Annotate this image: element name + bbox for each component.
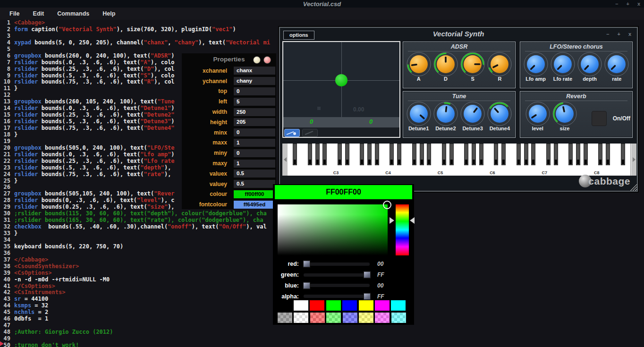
black-key[interactable] [472,144,476,165]
slider-track-red[interactable] [304,262,370,266]
knob-s[interactable]: S [459,52,486,82]
close-icon[interactable]: x [637,1,640,7]
property-input-miny[interactable]: 0 [234,149,275,157]
swatch[interactable] [342,300,357,311]
slider-track-alpha[interactable] [304,295,370,298]
property-input-width[interactable]: 250 [234,108,275,116]
knob-rate[interactable]: rate [603,52,630,82]
black-key[interactable] [367,144,372,165]
swatch-transparent[interactable] [343,313,357,323]
knob-a[interactable]: A [405,52,432,82]
property-input-maxx[interactable]: 1 [234,139,275,147]
property-input-xchannel[interactable]: chanx [234,67,275,75]
property-input-top[interactable]: 0 [234,87,275,95]
swatch[interactable] [294,300,308,311]
black-key[interactable] [479,144,483,165]
slider-thumb[interactable] [364,293,371,300]
swatch[interactable] [391,300,406,311]
swatch-transparent[interactable] [391,313,406,323]
black-key[interactable] [442,144,446,165]
black-key[interactable] [449,144,454,165]
black-key[interactable] [322,144,327,165]
black-key[interactable] [606,144,610,165]
swatch-transparent[interactable] [310,313,325,323]
slider-thumb[interactable] [364,271,371,279]
property-input-height[interactable]: 205 [234,118,275,126]
slider-thumb[interactable] [303,282,310,289]
xy-auto-mode-button[interactable] [302,129,318,137]
property-input-left[interactable]: 5 [234,98,275,106]
menu-file[interactable]: File [3,10,26,17]
black-key[interactable] [621,144,625,165]
synth-minimize-icon[interactable]: – [606,31,609,37]
keyboard-scroll-left-button[interactable] [282,144,288,176]
black-key[interactable] [338,144,342,165]
slider-track-green[interactable] [304,273,370,277]
sv-selector-ring[interactable] [383,201,391,209]
maximize-icon[interactable]: + [626,1,629,7]
saturation-value-square[interactable] [278,204,388,255]
knob-lfo-rate[interactable]: Lfo rate [549,52,576,82]
swatch-transparent[interactable] [278,313,292,323]
black-key[interactable] [554,144,558,165]
black-key[interactable] [420,144,424,165]
resize-handle[interactable] [629,183,637,191]
black-key[interactable] [390,144,394,165]
properties-close-button[interactable] [263,56,271,64]
knob-detune2[interactable]: Detune2 [432,102,459,131]
knob-lfo-amp[interactable]: Lfo amp [522,52,549,82]
swatch-transparent[interactable] [294,313,308,323]
knob-level[interactable]: level [524,102,551,131]
menu-help[interactable]: Help [96,10,122,17]
black-key[interactable] [501,144,506,165]
black-key[interactable] [315,144,320,165]
property-input-colour[interactable]: ff00ff00 [234,190,275,198]
black-key[interactable] [546,144,551,165]
knob-r[interactable]: R [486,52,513,82]
black-key[interactable] [427,144,431,165]
knob-detune3[interactable]: Detune3 [459,102,486,131]
synth-close-icon[interactable]: x [628,31,631,37]
knob-d[interactable]: D [432,52,459,82]
hue-marker-right-icon[interactable] [410,217,415,224]
black-key[interactable] [293,144,297,165]
black-key[interactable] [412,144,416,165]
black-key[interactable] [524,144,528,165]
black-key[interactable] [360,144,364,165]
black-key[interactable] [598,144,602,165]
swatch[interactable] [359,300,373,311]
black-key[interactable] [308,144,312,165]
properties-minimize-button[interactable] [253,56,261,64]
minimize-icon[interactable]: – [615,1,618,7]
black-key[interactable] [375,144,379,165]
black-key[interactable] [397,144,401,165]
swatch[interactable] [326,300,341,311]
black-key[interactable] [345,144,349,165]
menu-edit[interactable]: Edit [26,10,51,17]
black-key[interactable] [494,144,498,165]
xy-pad-canvas[interactable]: 0.00 [283,42,399,117]
black-key[interactable] [576,144,580,165]
knob-detune1[interactable]: Detune1 [405,102,432,131]
swatch-transparent[interactable] [359,313,373,323]
swatch-transparent[interactable] [326,313,341,323]
xy-pad-ball[interactable] [335,74,347,86]
property-input-ychannel[interactable]: chany [234,77,275,85]
property-input-valuey[interactable]: 0.5 [234,180,275,188]
property-input-minx[interactable]: 0 [234,128,275,136]
hue-marker-left-icon[interactable] [390,217,394,224]
property-input-valuex[interactable]: 0.5 [234,169,275,178]
black-key[interactable] [584,144,588,165]
property-input-fontcolour[interactable]: ff6495ed [234,201,275,209]
knob-size[interactable]: size [551,102,578,131]
slider-thumb[interactable] [303,261,310,268]
synth-maximize-icon[interactable]: + [617,31,620,37]
knob-detune4[interactable]: Detune4 [486,102,513,131]
menu-commands[interactable]: Commands [51,10,96,17]
on-off-checkbox[interactable] [592,111,607,126]
black-key[interactable] [531,144,535,165]
hue-bar[interactable] [396,204,409,255]
property-input-maxy[interactable]: 1 [234,160,275,168]
black-key[interactable] [568,144,573,165]
slider-track-blue[interactable] [304,284,370,287]
